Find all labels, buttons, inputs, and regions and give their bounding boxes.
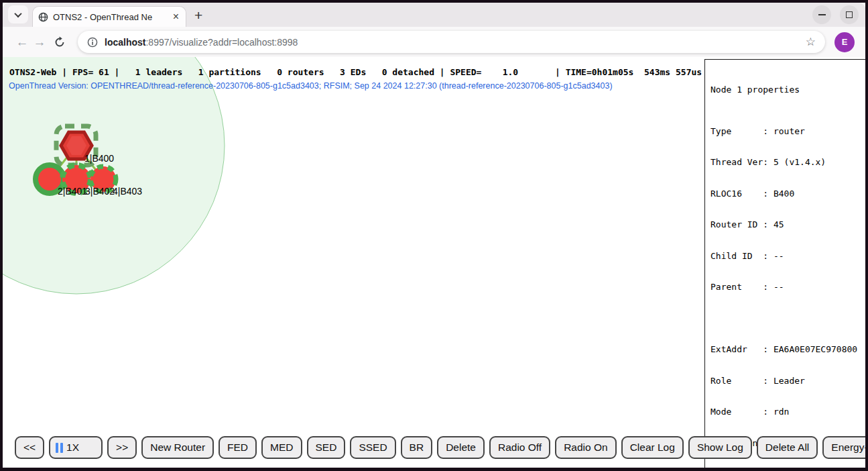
clear-log-button[interactable]: Clear Log (621, 436, 684, 459)
ssed-button[interactable]: SSED (350, 436, 395, 459)
radio-off-button[interactable]: Radio Off (489, 436, 550, 459)
browser-tab[interactable]: OTNS2 - OpenThread Ne × (32, 6, 186, 27)
panel-line: Role : Leader (710, 376, 860, 386)
energy-stats-button[interactable]: Energy-stats ↗ (822, 436, 865, 459)
node-label-1: 1|B400 (84, 153, 114, 164)
br-button[interactable]: BR (401, 436, 433, 459)
browser-window: OTNS2 - OpenThread Ne × + ← → (3, 3, 865, 468)
globe-icon (38, 12, 48, 22)
panel-title: Node 1 properties (710, 85, 860, 95)
minimize-button[interactable] (812, 5, 831, 24)
new-tab-button[interactable]: + (194, 8, 202, 22)
action-toolbar: << 1X >> New Router FED MED SED SSED BR … (15, 436, 865, 459)
minimize-icon (818, 14, 826, 15)
node-label-4: 4|B403 (113, 186, 142, 197)
network-canvas[interactable] (3, 57, 311, 305)
panel-line: ExtAddr : EA6A0E07EC970800 (710, 344, 860, 355)
node-properties-panel: Node 1 properties Type : router Thread V… (704, 59, 865, 468)
med-button[interactable]: MED (261, 436, 302, 459)
panel-line: Mode : rdn (710, 407, 860, 417)
back-button[interactable]: ← (13, 35, 31, 50)
panel-line: Thread Ver: 5 (v1.4.x) (710, 157, 860, 168)
panel-line: Type : router (710, 126, 860, 137)
page-content: OTNS2-Web | FPS= 61 | 1 leaders 1 partit… (3, 57, 865, 468)
window-controls (812, 5, 859, 24)
tab-title: OTNS2 - OpenThread Ne (53, 12, 167, 22)
forward-button[interactable]: → (31, 35, 48, 50)
pause-icon (56, 443, 63, 453)
panel-line: Parent : -- (710, 282, 860, 293)
browser-titlebar: OTNS2 - OpenThread Ne × + (3, 3, 865, 27)
profile-avatar[interactable]: E (834, 32, 855, 52)
url-text: localhost:8997/visualize?addr=localhost:… (105, 37, 799, 48)
url-path: :8997/visualize?addr=localhost:8998 (145, 37, 298, 48)
speed-label: 1X (66, 441, 79, 454)
fed-button[interactable]: FED (219, 436, 257, 459)
delete-all-button[interactable]: Delete All (757, 436, 818, 459)
browser-navbar: ← → localhost:8997/visualize?addr=localh… (3, 27, 865, 57)
delete-button[interactable]: Delete (437, 436, 485, 459)
maximize-button[interactable] (840, 5, 859, 24)
panel-line: Child ID : -- (710, 251, 860, 262)
panel-line: Router ID : 45 (710, 219, 860, 230)
reload-icon (54, 36, 66, 48)
url-host: localhost (105, 37, 145, 48)
step-forward-button[interactable]: >> (107, 436, 137, 459)
step-back-button[interactable]: << (15, 436, 44, 459)
panel-line: RLOC16 : B400 (710, 189, 860, 199)
panel-line (710, 313, 860, 324)
url-bar[interactable]: localhost:8997/visualize?addr=localhost:… (78, 31, 825, 53)
chevron-down-icon (14, 9, 21, 17)
radio-on-button[interactable]: Radio On (555, 436, 616, 459)
reload-button[interactable] (54, 36, 66, 48)
status-bar: OTNS2-Web | FPS= 61 | 1 leaders 1 partit… (9, 67, 702, 78)
sed-button[interactable]: SED (307, 436, 346, 459)
maximize-icon (846, 11, 853, 18)
show-log-button[interactable]: Show Log (688, 436, 752, 459)
info-icon (87, 37, 98, 48)
speed-button[interactable]: 1X (49, 436, 103, 459)
tab-search-button[interactable] (8, 5, 28, 23)
new-router-button[interactable]: New Router (141, 436, 214, 459)
node-label-2: 2|B401 (58, 186, 87, 197)
node-label-3: 3|B402 (85, 186, 115, 197)
close-tab-icon[interactable]: × (172, 11, 180, 22)
bookmark-star-icon[interactable]: ☆ (806, 35, 816, 49)
version-link[interactable]: OpenThread Version: OPENTHREAD/thread-re… (9, 81, 613, 91)
